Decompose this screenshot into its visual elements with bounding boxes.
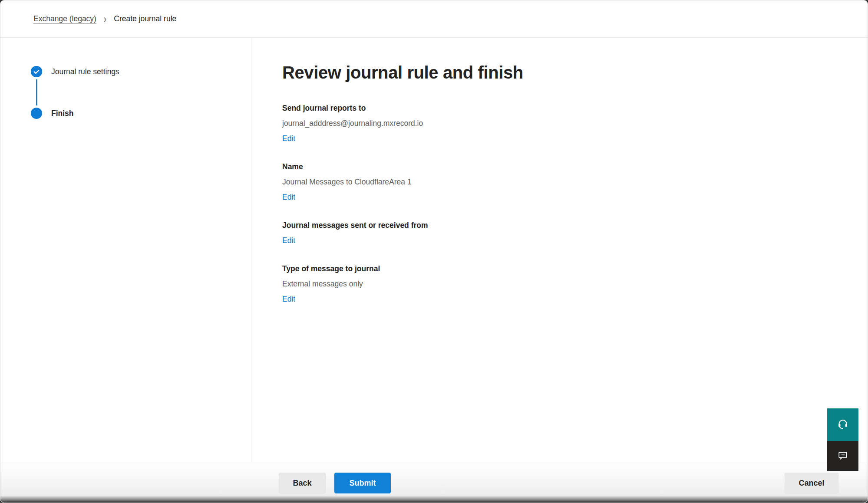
cancel-button[interactable]: Cancel bbox=[785, 473, 838, 493]
edit-link-journal-messages-sent-or-received-from[interactable]: Edit bbox=[282, 236, 295, 246]
page-title: Review journal rule and finish bbox=[282, 62, 868, 83]
edit-link-type-of-message-to-journal[interactable]: Edit bbox=[282, 294, 295, 304]
step-connector-line bbox=[36, 79, 37, 105]
step-label: Journal rule settings bbox=[51, 67, 119, 76]
step-label: Finish bbox=[51, 109, 74, 118]
step-completed-check-icon bbox=[31, 66, 42, 77]
step-item-journal-rule-settings[interactable]: Journal rule settings bbox=[31, 66, 251, 77]
chat-icon bbox=[837, 449, 849, 463]
section-value: External messages only bbox=[282, 279, 868, 289]
edit-link-name[interactable]: Edit bbox=[282, 192, 295, 202]
step-item-finish[interactable]: Finish bbox=[31, 108, 251, 119]
section-label: Name bbox=[282, 162, 868, 172]
create-journal-rule-window: Exchange (legacy) › Create journal rule … bbox=[0, 0, 868, 503]
review-section-journal-messages-sent-or-received-from: Journal messages sent or received from E… bbox=[282, 220, 868, 246]
breadcrumb-link-exchange-legacy[interactable]: Exchange (legacy) bbox=[33, 14, 96, 23]
section-label: Type of message to journal bbox=[282, 264, 868, 274]
edit-link-send-journal-reports-to[interactable]: Edit bbox=[282, 134, 295, 144]
footer-action-bar: Back Submit Cancel bbox=[0, 462, 868, 503]
section-label: Journal messages sent or received from bbox=[282, 220, 868, 230]
floating-button-stack bbox=[827, 408, 858, 471]
section-label: Send journal reports to bbox=[282, 103, 868, 113]
feedback-button[interactable] bbox=[827, 441, 858, 471]
review-section-send-journal-reports-to: Send journal reports to journal_adddress… bbox=[282, 103, 868, 144]
help-button[interactable] bbox=[827, 408, 858, 441]
submit-button[interactable]: Submit bbox=[334, 473, 391, 493]
breadcrumb: Exchange (legacy) › Create journal rule bbox=[33, 14, 176, 23]
review-section-name: Name Journal Messages to CloudflareArea … bbox=[282, 162, 868, 202]
chevron-right-icon: › bbox=[104, 14, 106, 24]
section-value: journal_adddress@journaling.mxrecord.io bbox=[282, 118, 868, 128]
step-current-dot-icon bbox=[31, 108, 42, 119]
review-panel: Review journal rule and finish Send jour… bbox=[252, 38, 868, 462]
wizard-steps-sidebar: Journal rule settings Finish bbox=[0, 38, 251, 462]
back-button[interactable]: Back bbox=[279, 473, 326, 493]
review-section-type-of-message-to-journal: Type of message to journal External mess… bbox=[282, 264, 868, 304]
headset-icon bbox=[836, 418, 849, 432]
top-bar: Exchange (legacy) › Create journal rule bbox=[0, 0, 868, 38]
section-value: Journal Messages to CloudflareArea 1 bbox=[282, 177, 868, 187]
breadcrumb-current-page: Create journal rule bbox=[114, 14, 176, 23]
